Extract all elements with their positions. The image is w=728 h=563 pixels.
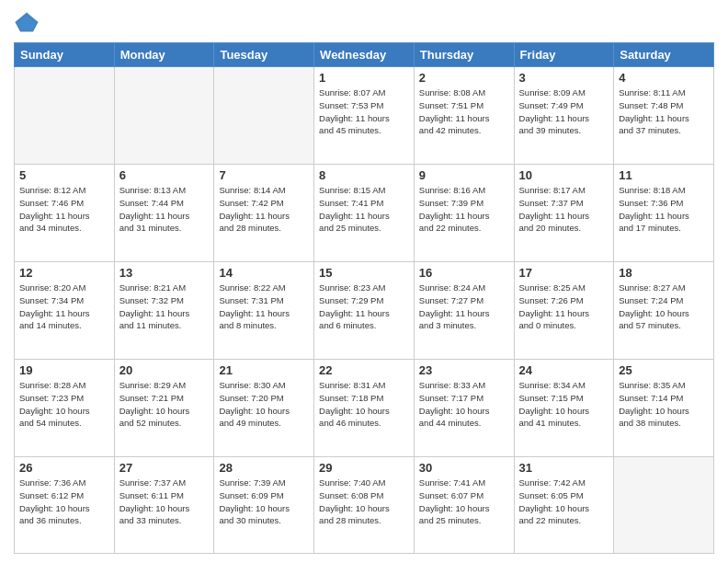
day-number: 31 bbox=[519, 461, 609, 475]
table-row: 18Sunrise: 8:27 AMSunset: 7:24 PMDayligh… bbox=[614, 262, 714, 360]
day-number: 17 bbox=[519, 266, 609, 280]
day-info: Sunrise: 8:21 AMSunset: 7:32 PMDaylight:… bbox=[119, 282, 210, 332]
col-friday: Friday bbox=[514, 43, 614, 67]
table-row: 11Sunrise: 8:18 AMSunset: 7:36 PMDayligh… bbox=[614, 165, 714, 262]
table-row: 14Sunrise: 8:22 AMSunset: 7:31 PMDayligh… bbox=[214, 262, 314, 360]
day-number: 26 bbox=[19, 461, 109, 475]
col-monday: Monday bbox=[114, 43, 214, 67]
day-number: 11 bbox=[619, 168, 709, 182]
day-number: 7 bbox=[219, 168, 309, 182]
day-info: Sunrise: 8:25 AMSunset: 7:26 PMDaylight:… bbox=[519, 282, 609, 332]
table-row: 8Sunrise: 8:15 AMSunset: 7:41 PMDaylight… bbox=[314, 165, 415, 262]
day-info: Sunrise: 8:17 AMSunset: 7:37 PMDaylight:… bbox=[519, 184, 609, 235]
day-number: 19 bbox=[19, 363, 109, 377]
day-info: Sunrise: 7:39 AMSunset: 6:09 PMDaylight:… bbox=[219, 477, 309, 527]
col-saturday: Saturday bbox=[614, 43, 714, 67]
day-number: 14 bbox=[219, 266, 309, 280]
day-info: Sunrise: 8:20 AMSunset: 7:34 PMDaylight:… bbox=[19, 282, 109, 332]
day-number: 22 bbox=[319, 363, 409, 377]
calendar-week-row: 5Sunrise: 8:12 AMSunset: 7:46 PMDaylight… bbox=[15, 165, 714, 262]
day-number: 18 bbox=[619, 266, 709, 280]
calendar-week-row: 26Sunrise: 7:36 AMSunset: 6:12 PMDayligh… bbox=[15, 457, 714, 554]
calendar-week-row: 12Sunrise: 8:20 AMSunset: 7:34 PMDayligh… bbox=[15, 262, 714, 360]
day-info: Sunrise: 8:22 AMSunset: 7:31 PMDaylight:… bbox=[219, 282, 309, 332]
day-number: 4 bbox=[619, 71, 709, 85]
day-info: Sunrise: 8:27 AMSunset: 7:24 PMDaylight:… bbox=[619, 282, 709, 332]
calendar-week-row: 1Sunrise: 8:07 AMSunset: 7:53 PMDaylight… bbox=[15, 67, 714, 165]
table-row: 5Sunrise: 8:12 AMSunset: 7:46 PMDaylight… bbox=[15, 165, 115, 262]
table-row: 1Sunrise: 8:07 AMSunset: 7:53 PMDaylight… bbox=[314, 67, 415, 165]
table-row: 4Sunrise: 8:11 AMSunset: 7:48 PMDaylight… bbox=[614, 67, 714, 165]
day-info: Sunrise: 8:31 AMSunset: 7:18 PMDaylight:… bbox=[319, 379, 409, 430]
day-number: 13 bbox=[119, 266, 210, 280]
table-row: 19Sunrise: 8:28 AMSunset: 7:23 PMDayligh… bbox=[15, 360, 115, 457]
day-number: 24 bbox=[519, 363, 609, 377]
table-row bbox=[614, 457, 714, 554]
table-row bbox=[15, 67, 115, 165]
logo bbox=[14, 9, 43, 35]
table-row: 20Sunrise: 8:29 AMSunset: 7:21 PMDayligh… bbox=[114, 360, 214, 457]
table-row: 16Sunrise: 8:24 AMSunset: 7:27 PMDayligh… bbox=[414, 262, 514, 360]
day-info: Sunrise: 8:11 AMSunset: 7:48 PMDaylight:… bbox=[619, 86, 709, 137]
day-info: Sunrise: 8:18 AMSunset: 7:36 PMDaylight:… bbox=[619, 184, 709, 235]
day-info: Sunrise: 8:09 AMSunset: 7:49 PMDaylight:… bbox=[519, 86, 609, 137]
table-row: 3Sunrise: 8:09 AMSunset: 7:49 PMDaylight… bbox=[514, 67, 614, 165]
day-info: Sunrise: 7:37 AMSunset: 6:11 PMDaylight:… bbox=[119, 477, 210, 527]
day-number: 10 bbox=[519, 168, 609, 182]
day-info: Sunrise: 7:42 AMSunset: 6:05 PMDaylight:… bbox=[519, 477, 609, 527]
col-tuesday: Tuesday bbox=[214, 43, 314, 67]
table-row: 26Sunrise: 7:36 AMSunset: 6:12 PMDayligh… bbox=[15, 457, 115, 554]
day-number: 16 bbox=[419, 266, 509, 280]
day-number: 27 bbox=[119, 461, 210, 475]
day-number: 1 bbox=[319, 71, 409, 85]
day-info: Sunrise: 8:34 AMSunset: 7:15 PMDaylight:… bbox=[519, 379, 609, 430]
day-info: Sunrise: 7:36 AMSunset: 6:12 PMDaylight:… bbox=[19, 477, 109, 527]
table-row: 21Sunrise: 8:30 AMSunset: 7:20 PMDayligh… bbox=[214, 360, 314, 457]
day-info: Sunrise: 8:12 AMSunset: 7:46 PMDaylight:… bbox=[19, 184, 109, 235]
day-number: 30 bbox=[419, 461, 509, 475]
day-number: 15 bbox=[319, 266, 409, 280]
table-row: 28Sunrise: 7:39 AMSunset: 6:09 PMDayligh… bbox=[214, 457, 314, 554]
day-info: Sunrise: 8:16 AMSunset: 7:39 PMDaylight:… bbox=[419, 184, 509, 235]
table-row: 9Sunrise: 8:16 AMSunset: 7:39 PMDaylight… bbox=[414, 165, 514, 262]
day-info: Sunrise: 8:15 AMSunset: 7:41 PMDaylight:… bbox=[319, 184, 409, 235]
table-row: 2Sunrise: 8:08 AMSunset: 7:51 PMDaylight… bbox=[414, 67, 514, 165]
table-row: 22Sunrise: 8:31 AMSunset: 7:18 PMDayligh… bbox=[314, 360, 415, 457]
day-number: 8 bbox=[319, 168, 409, 182]
table-row: 29Sunrise: 7:40 AMSunset: 6:08 PMDayligh… bbox=[314, 457, 415, 554]
day-number: 3 bbox=[519, 71, 609, 85]
day-number: 2 bbox=[419, 71, 509, 85]
table-row: 12Sunrise: 8:20 AMSunset: 7:34 PMDayligh… bbox=[15, 262, 115, 360]
day-number: 20 bbox=[119, 363, 210, 377]
day-info: Sunrise: 8:35 AMSunset: 7:14 PMDaylight:… bbox=[619, 379, 709, 430]
day-info: Sunrise: 8:08 AMSunset: 7:51 PMDaylight:… bbox=[419, 86, 509, 137]
day-number: 12 bbox=[19, 266, 109, 280]
day-info: Sunrise: 8:23 AMSunset: 7:29 PMDaylight:… bbox=[319, 282, 409, 332]
day-info: Sunrise: 8:29 AMSunset: 7:21 PMDaylight:… bbox=[119, 379, 210, 430]
calendar-week-row: 19Sunrise: 8:28 AMSunset: 7:23 PMDayligh… bbox=[15, 360, 714, 457]
table-row: 13Sunrise: 8:21 AMSunset: 7:32 PMDayligh… bbox=[114, 262, 214, 360]
day-number: 29 bbox=[319, 461, 409, 475]
day-info: Sunrise: 8:07 AMSunset: 7:53 PMDaylight:… bbox=[319, 86, 409, 137]
calendar-header-row: Sunday Monday Tuesday Wednesday Thursday… bbox=[15, 43, 714, 67]
table-row: 15Sunrise: 8:23 AMSunset: 7:29 PMDayligh… bbox=[314, 262, 415, 360]
table-row: 25Sunrise: 8:35 AMSunset: 7:14 PMDayligh… bbox=[614, 360, 714, 457]
day-number: 28 bbox=[219, 461, 309, 475]
header bbox=[14, 9, 714, 35]
table-row: 23Sunrise: 8:33 AMSunset: 7:17 PMDayligh… bbox=[414, 360, 514, 457]
page: Sunday Monday Tuesday Wednesday Thursday… bbox=[0, 0, 728, 563]
day-number: 9 bbox=[419, 168, 509, 182]
day-info: Sunrise: 7:41 AMSunset: 6:07 PMDaylight:… bbox=[419, 477, 509, 527]
col-sunday: Sunday bbox=[15, 43, 115, 67]
day-number: 21 bbox=[219, 363, 309, 377]
table-row: 17Sunrise: 8:25 AMSunset: 7:26 PMDayligh… bbox=[514, 262, 614, 360]
table-row: 10Sunrise: 8:17 AMSunset: 7:37 PMDayligh… bbox=[514, 165, 614, 262]
table-row bbox=[214, 67, 314, 165]
col-thursday: Thursday bbox=[414, 43, 514, 67]
table-row: 7Sunrise: 8:14 AMSunset: 7:42 PMDaylight… bbox=[214, 165, 314, 262]
day-info: Sunrise: 8:33 AMSunset: 7:17 PMDaylight:… bbox=[419, 379, 509, 430]
calendar-table: Sunday Monday Tuesday Wednesday Thursday… bbox=[14, 42, 714, 554]
table-row: 6Sunrise: 8:13 AMSunset: 7:44 PMDaylight… bbox=[114, 165, 214, 262]
day-number: 23 bbox=[419, 363, 509, 377]
table-row bbox=[114, 67, 214, 165]
